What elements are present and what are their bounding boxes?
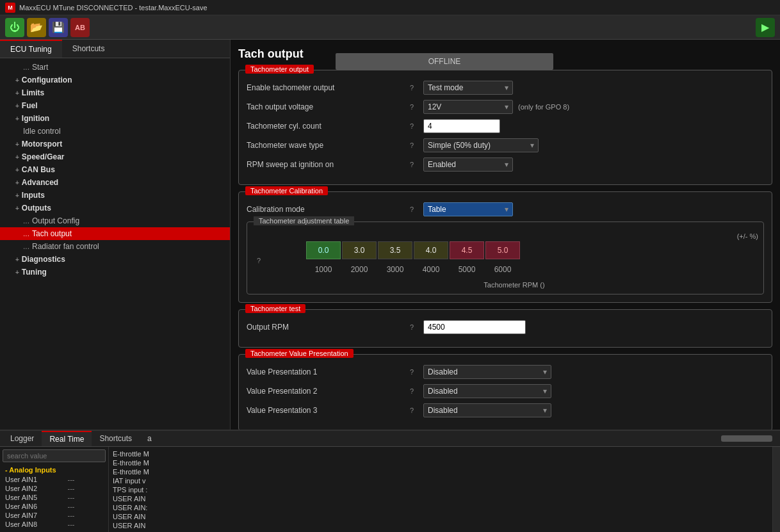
help-output-rpm[interactable]: ? bbox=[405, 323, 418, 331]
sidebar-item-motorsport[interactable]: + Motorsport bbox=[0, 138, 230, 150]
table-cell-0[interactable]: 0.0 bbox=[306, 241, 341, 259]
dropdown-wave-type[interactable]: Simple (50% duty) ▾ bbox=[423, 138, 539, 152]
sidebar-item-advanced[interactable]: + Advanced bbox=[0, 176, 230, 189]
sidebar-item-fuel[interactable]: + Fuel bbox=[0, 99, 230, 112]
help-calibration-mode[interactable]: ? bbox=[405, 206, 418, 213]
label: Outputs bbox=[22, 204, 51, 213]
table-cell-5[interactable]: 5.0 bbox=[485, 241, 520, 259]
sidebar-item-can-bus[interactable]: + CAN Bus bbox=[0, 163, 230, 176]
sidebar-item-tuning[interactable]: + Tuning bbox=[0, 266, 230, 278]
sidebar-item-tach-output[interactable]: ... Tach output bbox=[0, 227, 230, 240]
play-button[interactable]: ▶ bbox=[756, 18, 775, 37]
sidebar-item-ignition[interactable]: + Ignition bbox=[0, 112, 230, 125]
data-item-1: E-throttle M bbox=[111, 458, 770, 467]
list-item-ain6[interactable]: User AIN6 --- bbox=[3, 502, 106, 511]
control-tach-voltage: 12V ▾ (only for GPO 8) bbox=[423, 100, 569, 114]
dropdown-vp3[interactable]: Disabled ▾ bbox=[423, 403, 551, 417]
sidebar-item-outputs[interactable]: + Outputs bbox=[0, 202, 230, 214]
help-cyl-count[interactable]: ? bbox=[405, 122, 418, 130]
list-item-ain7[interactable]: User AIN7 --- bbox=[3, 511, 106, 520]
dropdown-value: Table bbox=[428, 205, 446, 214]
control-rpm-sweep: Enabled ▾ bbox=[423, 157, 513, 172]
help-vp3[interactable]: ? bbox=[405, 407, 418, 414]
label: Start bbox=[32, 63, 48, 72]
control-output-rpm bbox=[423, 320, 526, 334]
label-calibration-mode: Calibration mode bbox=[247, 205, 400, 214]
chevron-down-icon: ▾ bbox=[543, 367, 547, 376]
row-rpm-sweep: RPM sweep at ignition on ? Enabled ▾ bbox=[247, 157, 764, 172]
sidebar-tabs: ECU Tuning Shortcuts bbox=[0, 40, 230, 58]
table-x-axis-label: Tachometer RPM () bbox=[270, 281, 758, 289]
chevron-down-icon: ▾ bbox=[530, 141, 534, 150]
input-output-rpm[interactable] bbox=[423, 320, 526, 334]
row-vp3: Value Presentation 3 ? Disabled ▾ bbox=[247, 403, 764, 417]
dropdown-tach-voltage[interactable]: 12V ▾ bbox=[423, 100, 513, 114]
sidebar-item-output-config[interactable]: ... Output Config bbox=[0, 214, 230, 227]
scrollbar[interactable] bbox=[772, 447, 780, 532]
label-wave-type: Tachometer wave type bbox=[247, 141, 400, 150]
label: Fuel bbox=[22, 101, 38, 110]
app-icon: M bbox=[5, 3, 15, 13]
data-item-4: TPS input : bbox=[111, 485, 770, 494]
sidebar-item-diagnostics[interactable]: + Diagnostics bbox=[0, 253, 230, 266]
row-output-rpm: Output RPM ? bbox=[247, 320, 764, 334]
table-cell-3[interactable]: 4.0 bbox=[414, 241, 448, 259]
expand-icon: + bbox=[15, 90, 19, 97]
help-adj-table[interactable]: ? bbox=[252, 257, 265, 264]
tab-logger[interactable]: Logger bbox=[3, 431, 42, 446]
label-output-rpm: Output RPM bbox=[247, 323, 400, 332]
dropdown-value: Simple (50% duty) bbox=[428, 141, 491, 150]
help-vp2[interactable]: ? bbox=[405, 387, 418, 395]
row-cyl-count: Tachometer cyl. count ? bbox=[247, 119, 764, 133]
tab-realtime[interactable]: Real Time bbox=[42, 431, 92, 446]
ab-button[interactable]: AB bbox=[70, 18, 90, 37]
dropdown-value: Disabled bbox=[428, 387, 458, 396]
label: Speed/Gear bbox=[22, 152, 65, 161]
cell-empty bbox=[270, 241, 305, 259]
control-vp3: Disabled ▾ bbox=[423, 403, 551, 417]
sidebar-item-configuration[interactable]: + Configuration bbox=[0, 74, 230, 86]
dropdown-vp2[interactable]: Disabled ▾ bbox=[423, 384, 551, 398]
tab-shortcuts[interactable]: Shortcuts bbox=[62, 40, 115, 58]
dropdown-rpm-sweep[interactable]: Enabled ▾ bbox=[423, 157, 513, 172]
expand-icon: + bbox=[15, 166, 19, 173]
folder-button[interactable]: 📂 bbox=[27, 18, 46, 37]
note-gpo8: (only for GPO 8) bbox=[518, 103, 569, 111]
tab-ecu-tuning[interactable]: ECU Tuning bbox=[0, 40, 62, 58]
tab-shortcuts-bottom[interactable]: Shortcuts bbox=[92, 431, 140, 446]
power-button[interactable]: ⏻ bbox=[5, 18, 24, 37]
label-vp3: Value Presentation 3 bbox=[247, 406, 400, 415]
sidebar-item-idle-control[interactable]: Idle control bbox=[0, 125, 230, 138]
section-tachometer-calibration: Tachometer Calibration Calibration mode … bbox=[238, 191, 772, 303]
help-enable-tach[interactable]: ? bbox=[405, 84, 418, 92]
sidebar-item-radiator-fan[interactable]: ... Radiator fan control bbox=[0, 240, 230, 253]
data-item-6: USER AIN: bbox=[111, 503, 770, 512]
search-input[interactable] bbox=[3, 449, 106, 462]
list-item-ain5[interactable]: User AIN5 --- bbox=[3, 493, 106, 502]
table-cell-1[interactable]: 3.0 bbox=[342, 241, 377, 259]
row-calibration-mode: Calibration mode ? Table ▾ bbox=[247, 202, 764, 216]
dropdown-enable-tach[interactable]: Test mode ▾ bbox=[423, 81, 513, 95]
help-vp1[interactable]: ? bbox=[405, 368, 418, 376]
tab-a[interactable]: a bbox=[140, 431, 159, 446]
dropdown-vp1[interactable]: Disabled ▾ bbox=[423, 365, 551, 379]
sidebar-item-inputs[interactable]: + Inputs bbox=[0, 189, 230, 202]
section-title-value-presentation: Tachometer Value Presentation bbox=[245, 349, 353, 358]
help-rpm-sweep[interactable]: ? bbox=[405, 161, 418, 168]
help-tach-voltage[interactable]: ? bbox=[405, 103, 418, 111]
list-item-ain1[interactable]: User AIN1 --- bbox=[3, 475, 106, 484]
list-item-ain8[interactable]: User AIN8 --- bbox=[3, 520, 106, 529]
save-button[interactable]: 💾 bbox=[49, 18, 68, 37]
sidebar-item-start[interactable]: ... Start bbox=[0, 61, 230, 74]
help-wave-type[interactable]: ? bbox=[405, 141, 418, 149]
section-title-tachometer-test: Tachometer test bbox=[245, 304, 305, 313]
sidebar-item-speed-gear[interactable]: + Speed/Gear bbox=[0, 150, 230, 163]
data-item-3: IAT input v bbox=[111, 476, 770, 485]
dropdown-calibration-mode[interactable]: Table ▾ bbox=[423, 202, 513, 216]
sidebar-item-limits[interactable]: + Limits bbox=[0, 86, 230, 99]
input-cyl-count[interactable] bbox=[423, 119, 500, 133]
rpm-label-empty bbox=[270, 261, 305, 278]
list-item-ain2[interactable]: User AIN2 --- bbox=[3, 484, 106, 493]
table-cell-2[interactable]: 3.5 bbox=[378, 241, 412, 259]
table-cell-4[interactable]: 4.5 bbox=[450, 241, 484, 259]
